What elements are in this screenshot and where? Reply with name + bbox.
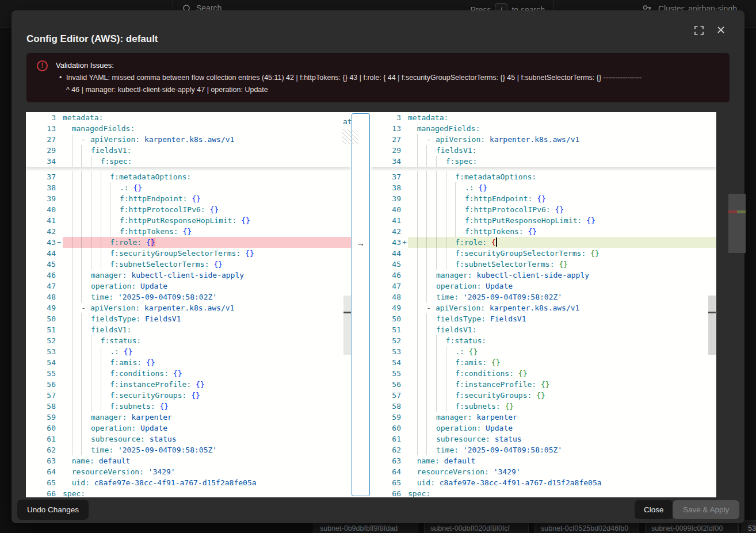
code-line-53: 53 .: {} — [371, 346, 716, 357]
code-line-56: 56 f:instanceProfile: {} — [26, 379, 351, 390]
code-line-44: 44 f:securityGroupSelectorTerms: {} — [371, 248, 716, 259]
scrollbar-mark-original — [343, 312, 351, 313]
subnet-chip: 53 — [742, 520, 756, 533]
code-line-47: 47 operation: Update — [371, 281, 716, 292]
code-line-29: 29 fieldsV1: — [371, 145, 716, 156]
code-line-57: 57 f:securityGroups: {} — [371, 390, 716, 401]
revert-change-arrow-icon[interactable]: → — [356, 237, 365, 248]
code-line-39: 39 f:httpEndpoint: {} — [26, 193, 351, 204]
code-line-56: 56 f:instanceProfile: {} — [371, 379, 716, 390]
sticky-scroll-original: 3metadata:13 managedFields:27 - apiVersi… — [26, 112, 351, 167]
code-line-49: 49 - apiVersion: karpenter.k8s.aws/v1 — [371, 302, 716, 313]
code-line-58: 58 f:subnets: {} — [371, 401, 716, 412]
code-line-49: 49 - apiVersion: karpenter.k8s.aws/v1 — [26, 302, 351, 313]
scrollbar-modified[interactable] — [708, 296, 716, 355]
code-line-61: 61 subresource: status — [26, 434, 351, 444]
clipped-text-artifact: at — [343, 117, 352, 126]
alert-bullet: • — [59, 74, 62, 82]
code-line-61: 61 subresource: status — [371, 434, 716, 444]
config-editor-modal: Config Editor (AWS): default ! Validatio… — [12, 10, 744, 523]
diff-pane-original[interactable]: 37 f:metadataOptions:38 .: {}39 f:httpEn… — [26, 112, 351, 497]
diff-hatch-pattern — [342, 129, 358, 144]
modal-title: Config Editor (AWS): default — [26, 33, 158, 45]
code-line-42: 42 f:httpTokens: {} — [371, 226, 716, 237]
code-line-40: 40 f:httpProtocolIPv6: {} — [26, 204, 351, 215]
alert-title: Validation Issues: — [56, 61, 114, 70]
code-line-41: 41 f:httpPutResponseHopLimit: {} — [26, 215, 351, 226]
overview-ruler-viewport[interactable] — [728, 194, 746, 253]
close-icon[interactable] — [716, 25, 728, 37]
diff-editor[interactable]: 37 f:metadataOptions:38 .: {}39 f:httpEn… — [26, 112, 716, 497]
code-line-53: 53 .: {} — [26, 346, 351, 357]
code-line-64: 64 resourceVersion: '3429' — [371, 466, 716, 477]
code-line-60: 60 operation: Update — [371, 423, 716, 434]
code-line-66: 66spec: — [371, 488, 716, 497]
code-line-51: 51 fieldsV1: — [26, 324, 351, 335]
code-line-38: 38 .: {} — [26, 182, 351, 193]
code-line-3: 3metadata: — [371, 112, 716, 123]
code-line-39: 39 f:httpEndpoint: {} — [371, 193, 716, 204]
code-line-46: 46 manager: kubectl-client-side-apply — [26, 270, 351, 281]
code-line-45: 45 f:subnetSelectorTerms: {} — [26, 259, 351, 270]
fullscreen-icon[interactable] — [693, 25, 706, 37]
diff-gutter: → — [352, 113, 370, 496]
code-line-57: 57 f:securityGroups: {} — [26, 390, 351, 401]
code-line-44: 44 f:securityGroupSelectorTerms: {} — [26, 248, 351, 259]
scrollbar-mark-modified — [708, 312, 716, 313]
code-line-37: 37 f:metadataOptions: — [26, 171, 351, 182]
code-line-43: 43− f:role: {} — [26, 237, 351, 248]
code-line-48: 48 time: '2025-09-04T09:58:02Z' — [26, 292, 351, 302]
code-line-58: 58 f:subnets: {} — [26, 401, 351, 412]
code-line-50: 50 fieldsType: FieldsV1 — [26, 313, 351, 324]
overview-ruler-insertion-mark — [737, 210, 746, 213]
code-line-38: 38 .: {} — [371, 182, 716, 193]
code-line-65: 65 uid: c8afe97e-38cc-4f91-a767-d15f2a8f… — [371, 477, 716, 488]
scrollbar-original[interactable] — [343, 296, 351, 355]
code-line-3: 3metadata: — [26, 112, 351, 123]
code-line-45: 45 f:subnetSelectorTerms: {} — [371, 259, 716, 270]
code-line-62: 62 time: '2025-09-04T09:58:05Z' — [26, 444, 351, 455]
overview-ruler-deletion-mark — [728, 210, 737, 213]
code-line-66: 66spec: — [26, 488, 351, 497]
code-line-55: 55 f:conditions: {} — [26, 368, 351, 379]
validation-alert: ! Validation Issues: • Invalid YAML: mis… — [26, 53, 730, 102]
alert-message-line1: Invalid YAML: missed comma between flow … — [66, 74, 642, 82]
code-line-55: 55 f:conditions: {} — [371, 368, 716, 379]
code-line-42: 42 f:httpTokens: {} — [26, 226, 351, 237]
code-line-47: 47 operation: Update — [26, 281, 351, 292]
code-line-59: 59 manager: karpenter — [26, 412, 351, 423]
code-line-60: 60 operation: Update — [26, 423, 351, 434]
code-line-54: 54 f:amis: {} — [26, 357, 351, 368]
code-line-41: 41 f:httpPutResponseHopLimit: {} — [371, 215, 716, 226]
code-line-50: 50 fieldsType: FieldsV1 — [371, 313, 716, 324]
code-line-63: 63 name: default — [371, 455, 716, 466]
code-line-52: 52 f:status: — [371, 335, 716, 346]
close-button[interactable]: Close — [635, 500, 673, 519]
code-line-27: 27 - apiVersion: karpenter.k8s.aws/v1 — [26, 134, 351, 145]
code-line-13: 13 managedFields: — [26, 123, 351, 134]
code-line-51: 51 fieldsV1: — [371, 324, 716, 335]
code-line-29: 29 fieldsV1: — [26, 145, 351, 156]
code-line-52: 52 f:status: — [26, 335, 351, 346]
code-line-48: 48 time: '2025-09-04T09:58:02Z' — [371, 292, 716, 302]
code-line-62: 62 time: '2025-09-04T09:58:05Z' — [371, 444, 716, 455]
sticky-scroll-modified: 3metadata:13 managedFields:27 - apiVersi… — [371, 112, 716, 167]
code-line-64: 64 resourceVersion: '3429' — [26, 466, 351, 477]
code-line-54: 54 f:amis: {} — [371, 357, 716, 368]
diff-pane-modified[interactable]: 37 f:metadataOptions:38 .: {}39 f:httpEn… — [371, 112, 716, 497]
code-line-34: 34 f:spec: — [26, 156, 351, 167]
code-line-59: 59 manager: karpenter — [371, 412, 716, 423]
exclamation-circle-icon: ! — [37, 60, 48, 71]
text-cursor — [496, 237, 497, 247]
code-line-13: 13 managedFields: — [371, 123, 716, 134]
undo-changes-button[interactable]: Undo Changes — [17, 500, 89, 520]
save-apply-button: Save & Apply — [673, 500, 739, 519]
alert-message-line2: ^ 46 | manager: kubectl-client-side-appl… — [66, 86, 268, 94]
code-line-27: 27 - apiVersion: karpenter.k8s.aws/v1 — [371, 134, 716, 145]
code-line-40: 40 f:httpProtocolIPv6: {} — [371, 204, 716, 215]
code-line-65: 65 uid: c8afe97e-38cc-4f91-a767-d15f2a8f… — [26, 477, 351, 488]
code-line-43: 43+ f:role: { — [371, 237, 716, 248]
code-line-34: 34 f:spec: — [371, 156, 716, 167]
code-line-46: 46 manager: kubectl-client-side-apply — [371, 270, 716, 281]
code-line-37: 37 f:metadataOptions: — [371, 171, 716, 182]
